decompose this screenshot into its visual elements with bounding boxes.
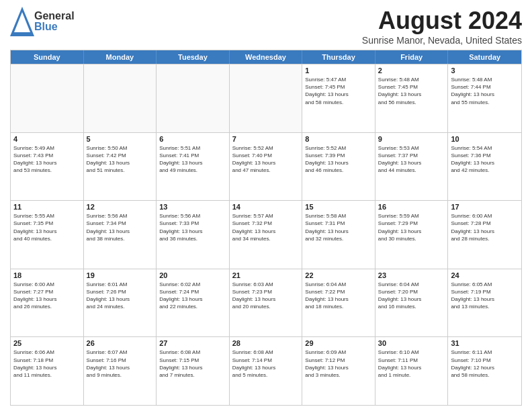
cell-w1-d5: 9Sunrise: 5:53 AM Sunset: 7:37 PM Daylig… [375,133,449,201]
cell-info-1: Sunrise: 5:47 AM Sunset: 7:45 PM Dayligh… [305,76,372,106]
cell-info-21: Sunrise: 6:03 AM Sunset: 7:23 PM Dayligh… [232,281,300,311]
cell-info-14: Sunrise: 5:57 AM Sunset: 7:32 PM Dayligh… [232,212,300,242]
cell-info-9: Sunrise: 5:53 AM Sunset: 7:37 PM Dayligh… [378,144,445,175]
week-row-4: 25Sunrise: 6:06 AM Sunset: 7:18 PM Dayli… [11,336,521,405]
cell-w3-d2: 20Sunrise: 6:02 AM Sunset: 7:24 PM Dayli… [157,269,230,337]
cell-w2-d5: 16Sunrise: 5:59 AM Sunset: 7:29 PM Dayli… [375,201,449,269]
cell-date-8: 8 [305,135,372,143]
cell-date-2: 2 [378,66,445,75]
cell-w0-d2 [157,64,230,132]
cell-info-22: Sunrise: 6:04 AM Sunset: 7:22 PM Dayligh… [305,281,372,311]
cell-w4-d2: 27Sunrise: 6:08 AM Sunset: 7:15 PM Dayli… [157,337,230,405]
week-row-1: 4Sunrise: 5:49 AM Sunset: 7:43 PM Daylig… [11,132,521,201]
cell-date-7: 7 [232,135,300,143]
cell-date-13: 13 [159,203,226,211]
cell-date-17: 17 [451,203,519,211]
cell-info-6: Sunrise: 5:51 AM Sunset: 7:41 PM Dayligh… [159,144,226,175]
header-tuesday: Tuesday [157,50,230,64]
week-row-0: 1Sunrise: 5:47 AM Sunset: 7:45 PM Daylig… [11,64,521,132]
cell-date-4: 4 [13,135,81,143]
cell-info-25: Sunrise: 6:06 AM Sunset: 7:18 PM Dayligh… [13,349,81,379]
cell-w0-d3 [230,64,303,132]
cell-w3-d3: 21Sunrise: 6:03 AM Sunset: 7:23 PM Dayli… [230,269,303,337]
cell-info-5: Sunrise: 5:50 AM Sunset: 7:42 PM Dayligh… [87,144,154,175]
cell-info-7: Sunrise: 5:52 AM Sunset: 7:40 PM Dayligh… [232,144,300,175]
cell-info-8: Sunrise: 5:52 AM Sunset: 7:39 PM Dayligh… [305,144,372,175]
page: General Blue August 2024 Sunrise Manor, … [0,0,532,411]
cell-date-1: 1 [305,66,372,75]
cell-date-29: 29 [305,339,372,347]
cell-w1-d4: 8Sunrise: 5:52 AM Sunset: 7:39 PM Daylig… [302,133,375,201]
cell-w2-d4: 15Sunrise: 5:58 AM Sunset: 7:31 PM Dayli… [302,201,375,269]
cell-w4-d0: 25Sunrise: 6:06 AM Sunset: 7:18 PM Dayli… [11,337,84,405]
cell-w2-d2: 13Sunrise: 5:56 AM Sunset: 7:33 PM Dayli… [157,201,230,269]
month-title: August 2024 [362,7,522,35]
cell-date-21: 21 [232,271,300,279]
cell-w4-d4: 29Sunrise: 6:09 AM Sunset: 7:12 PM Dayli… [302,337,375,405]
cell-info-24: Sunrise: 6:05 AM Sunset: 7:19 PM Dayligh… [451,281,519,311]
header-saturday: Saturday [448,50,521,64]
cell-w3-d0: 18Sunrise: 6:00 AM Sunset: 7:27 PM Dayli… [11,269,84,337]
cell-date-24: 24 [451,271,519,279]
cell-date-25: 25 [13,339,81,347]
cell-date-10: 10 [451,135,519,143]
cell-w1-d6: 10Sunrise: 5:54 AM Sunset: 7:36 PM Dayli… [448,133,521,201]
header-friday: Friday [375,50,449,64]
cell-w4-d5: 30Sunrise: 6:10 AM Sunset: 7:11 PM Dayli… [375,337,449,405]
logo: General Blue [10,7,75,36]
cell-w0-d4: 1Sunrise: 5:47 AM Sunset: 7:45 PM Daylig… [302,64,375,132]
cell-info-17: Sunrise: 6:00 AM Sunset: 7:28 PM Dayligh… [451,212,519,242]
cell-date-15: 15 [305,203,372,211]
cell-info-31: Sunrise: 6:11 AM Sunset: 7:10 PM Dayligh… [451,349,519,379]
cell-info-19: Sunrise: 6:01 AM Sunset: 7:26 PM Dayligh… [87,281,154,311]
cell-w2-d3: 14Sunrise: 5:57 AM Sunset: 7:32 PM Dayli… [230,201,303,269]
cell-w1-d0: 4Sunrise: 5:49 AM Sunset: 7:43 PM Daylig… [11,133,84,201]
cell-date-22: 22 [305,271,372,279]
cell-info-28: Sunrise: 6:08 AM Sunset: 7:14 PM Dayligh… [232,349,300,379]
cell-info-16: Sunrise: 5:59 AM Sunset: 7:29 PM Dayligh… [378,212,445,242]
cell-date-27: 27 [159,339,226,347]
cell-w1-d1: 5Sunrise: 5:50 AM Sunset: 7:42 PM Daylig… [84,133,157,201]
calendar-body: 1Sunrise: 5:47 AM Sunset: 7:45 PM Daylig… [11,64,521,405]
logo-icon [10,7,34,36]
cell-info-30: Sunrise: 6:10 AM Sunset: 7:11 PM Dayligh… [378,349,445,379]
cell-date-30: 30 [378,339,445,347]
cell-w0-d1 [84,64,157,132]
cell-w1-d3: 7Sunrise: 5:52 AM Sunset: 7:40 PM Daylig… [230,133,303,201]
cell-info-12: Sunrise: 5:56 AM Sunset: 7:34 PM Dayligh… [87,212,154,242]
cell-date-23: 23 [378,271,445,279]
header-sunday: Sunday [11,50,84,64]
cell-info-23: Sunrise: 6:04 AM Sunset: 7:20 PM Dayligh… [378,281,445,311]
location-title: Sunrise Manor, Nevada, United States [362,35,522,46]
cell-w1-d2: 6Sunrise: 5:51 AM Sunset: 7:41 PM Daylig… [157,133,230,201]
cell-w3-d6: 24Sunrise: 6:05 AM Sunset: 7:19 PM Dayli… [448,269,521,337]
logo-name: General Blue [34,11,75,32]
cell-w2-d1: 12Sunrise: 5:56 AM Sunset: 7:34 PM Dayli… [84,201,157,269]
cell-w3-d5: 23Sunrise: 6:04 AM Sunset: 7:20 PM Dayli… [375,269,449,337]
cell-date-18: 18 [13,271,81,279]
cell-w4-d1: 26Sunrise: 6:07 AM Sunset: 7:16 PM Dayli… [84,337,157,405]
cell-w0-d6: 3Sunrise: 5:48 AM Sunset: 7:44 PM Daylig… [448,64,521,132]
cell-info-18: Sunrise: 6:00 AM Sunset: 7:27 PM Dayligh… [13,281,81,311]
cell-w0-d0 [11,64,84,132]
calendar-header: Sunday Monday Tuesday Wednesday Thursday… [11,50,521,64]
header: General Blue August 2024 Sunrise Manor, … [10,7,522,46]
cell-w4-d3: 28Sunrise: 6:08 AM Sunset: 7:14 PM Dayli… [230,337,303,405]
cell-date-5: 5 [87,135,154,143]
cell-info-15: Sunrise: 5:58 AM Sunset: 7:31 PM Dayligh… [305,212,372,242]
logo-blue-text: Blue [34,21,75,32]
cell-info-4: Sunrise: 5:49 AM Sunset: 7:43 PM Dayligh… [13,144,81,175]
header-wednesday: Wednesday [230,50,303,64]
cell-info-27: Sunrise: 6:08 AM Sunset: 7:15 PM Dayligh… [159,349,226,379]
cell-date-26: 26 [87,339,154,347]
cell-date-11: 11 [13,203,81,211]
cell-w2-d0: 11Sunrise: 5:55 AM Sunset: 7:35 PM Dayli… [11,201,84,269]
cell-info-26: Sunrise: 6:07 AM Sunset: 7:16 PM Dayligh… [87,349,154,379]
cell-date-3: 3 [451,66,519,75]
cell-w0-d5: 2Sunrise: 5:48 AM Sunset: 7:45 PM Daylig… [375,64,449,132]
cell-date-9: 9 [378,135,445,143]
cell-w3-d4: 22Sunrise: 6:04 AM Sunset: 7:22 PM Dayli… [302,269,375,337]
cell-date-6: 6 [159,135,226,143]
cell-info-3: Sunrise: 5:48 AM Sunset: 7:44 PM Dayligh… [451,76,519,106]
cell-date-16: 16 [378,203,445,211]
